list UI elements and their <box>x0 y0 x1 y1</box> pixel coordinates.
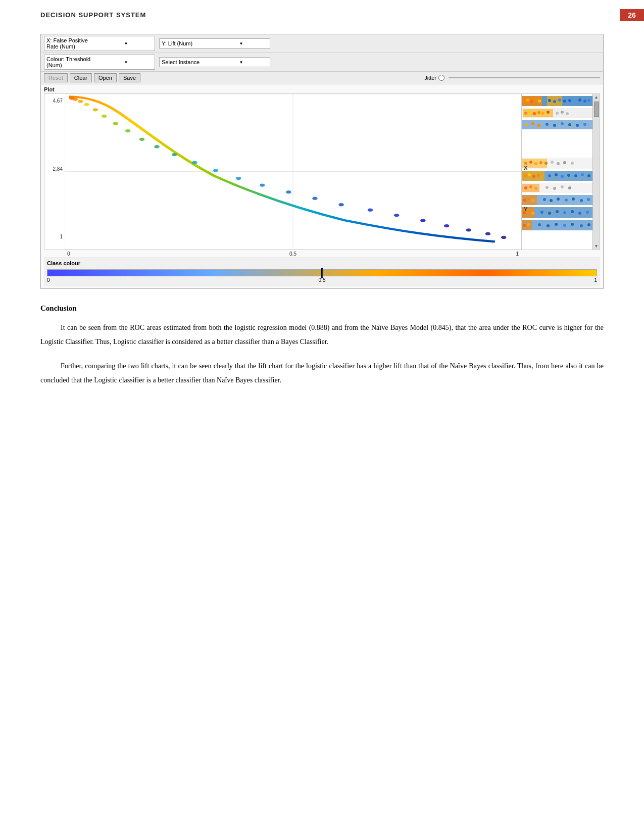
svg-point-119 <box>540 211 543 214</box>
x-min-label: 0 <box>67 251 70 257</box>
svg-point-84 <box>532 175 535 178</box>
svg-point-64 <box>553 124 556 127</box>
svg-point-72 <box>529 161 532 164</box>
svg-point-37 <box>534 98 537 101</box>
x-axis-dropdown[interactable]: X: False Positive Rate (Num) ▼ <box>44 36 155 51</box>
svg-point-132 <box>555 223 558 226</box>
save-button[interactable]: Save <box>119 73 140 82</box>
svg-point-20 <box>260 183 265 186</box>
widget-container: X: False Positive Rate (Num) ▼ Y: Lift (… <box>40 34 604 289</box>
toolbar-row-3: Reset Clear Open Save Jitter <box>41 72 603 84</box>
jitter-radio[interactable] <box>438 75 444 81</box>
reset-button[interactable]: Reset <box>44 73 68 82</box>
svg-point-30 <box>501 236 506 239</box>
svg-point-133 <box>563 224 566 227</box>
svg-point-39 <box>548 99 551 102</box>
svg-point-16 <box>172 153 177 156</box>
colour-dropdown[interactable]: Colour: Threshold (Num) ▼ <box>44 55 155 70</box>
svg-point-90 <box>574 174 577 177</box>
svg-point-128 <box>523 224 526 227</box>
right-panel: X Y <box>521 94 600 250</box>
x-axis-arrow-icon: ▼ <box>100 40 153 47</box>
scatter-strips-svg <box>522 94 593 243</box>
svg-point-89 <box>567 174 570 177</box>
scrollbar-right[interactable]: ▲ ▼ <box>592 94 600 250</box>
select-instance-dropdown[interactable]: Select Instance ▼ <box>159 57 270 67</box>
svg-point-105 <box>527 198 530 201</box>
svg-point-24 <box>368 209 373 212</box>
scroll-down-icon[interactable]: ▼ <box>593 243 600 250</box>
svg-point-78 <box>563 161 566 164</box>
plot-section: Plot 4.67 2.84 1 <box>41 84 603 288</box>
svg-point-74 <box>539 161 542 164</box>
colour-label: Colour: Threshold (Num) <box>46 56 100 68</box>
svg-point-98 <box>546 186 549 189</box>
svg-point-7 <box>73 97 78 101</box>
svg-point-44 <box>573 100 576 103</box>
page-header: DECISION SUPPORT SYSTEM <box>0 0 644 24</box>
colour-bar[interactable] <box>47 269 597 276</box>
page-number: 26 <box>620 9 644 21</box>
svg-point-122 <box>563 211 566 214</box>
colour-tick-0: 0 <box>47 277 50 283</box>
svg-point-36 <box>530 100 533 103</box>
svg-point-25 <box>394 214 399 217</box>
svg-point-11 <box>102 115 107 118</box>
svg-point-29 <box>485 232 490 235</box>
open-button[interactable]: Open <box>94 73 117 82</box>
svg-point-41 <box>558 99 561 102</box>
svg-point-60 <box>525 123 528 126</box>
svg-point-110 <box>565 199 568 202</box>
y-min-label: 1 <box>60 234 63 239</box>
conclusion-paragraph-1: It can be seen from the ROC areas estima… <box>40 321 604 349</box>
svg-point-73 <box>534 162 537 165</box>
svg-point-52 <box>533 112 536 115</box>
x-axis-row: 0 0.5 1 <box>64 250 522 258</box>
toolbar-row-1: X: False Positive Rate (Num) ▼ Y: Lift (… <box>41 34 603 53</box>
svg-point-14 <box>139 138 144 141</box>
colour-slider-handle[interactable] <box>321 268 323 278</box>
svg-point-15 <box>154 145 159 148</box>
svg-point-129 <box>527 223 530 226</box>
svg-point-86 <box>548 174 551 177</box>
y-marker-label: Y <box>524 206 527 212</box>
conclusion-section: Conclusion It can be seen from the ROC a… <box>40 304 604 387</box>
chart-svg-wrapper <box>65 94 521 250</box>
svg-point-112 <box>580 199 583 202</box>
svg-point-51 <box>528 111 531 114</box>
svg-point-66 <box>568 123 571 126</box>
svg-point-46 <box>583 100 586 103</box>
svg-point-131 <box>547 224 550 227</box>
svg-point-9 <box>84 103 89 106</box>
svg-point-91 <box>581 173 584 176</box>
chart-svg <box>65 94 521 250</box>
lift-curve <box>69 96 495 241</box>
svg-point-62 <box>537 124 540 127</box>
svg-point-82 <box>524 174 527 177</box>
svg-point-55 <box>547 111 550 114</box>
svg-point-135 <box>580 224 583 227</box>
scroll-up-icon[interactable]: ▲ <box>593 94 600 101</box>
svg-point-23 <box>338 203 343 206</box>
svg-point-50 <box>524 112 527 115</box>
svg-point-34 <box>523 100 526 103</box>
y-axis-dropdown[interactable]: Y: Lift (Num) ▼ <box>159 38 270 48</box>
y-axis-arrow-icon: ▼ <box>215 40 268 47</box>
svg-point-27 <box>444 224 449 227</box>
scroll-thumb[interactable] <box>594 102 599 117</box>
svg-point-107 <box>543 198 546 201</box>
svg-point-26 <box>420 219 425 222</box>
class-colour-label: Class colour <box>47 260 597 266</box>
svg-point-68 <box>583 123 586 126</box>
svg-point-134 <box>571 223 574 226</box>
svg-point-121 <box>556 210 559 213</box>
toolbar-row-2: Colour: Threshold (Num) ▼ Select Instanc… <box>41 53 603 72</box>
svg-point-40 <box>553 100 556 103</box>
clear-button[interactable]: Clear <box>70 73 92 82</box>
y-axis: 4.67 2.84 1 <box>44 94 65 250</box>
colour-arrow-icon: ▼ <box>100 59 153 66</box>
svg-point-56 <box>556 112 559 115</box>
svg-point-88 <box>561 175 564 178</box>
svg-point-53 <box>537 111 540 114</box>
conclusion-paragraph-2: Further, comparing the two lift charts, … <box>40 359 604 387</box>
